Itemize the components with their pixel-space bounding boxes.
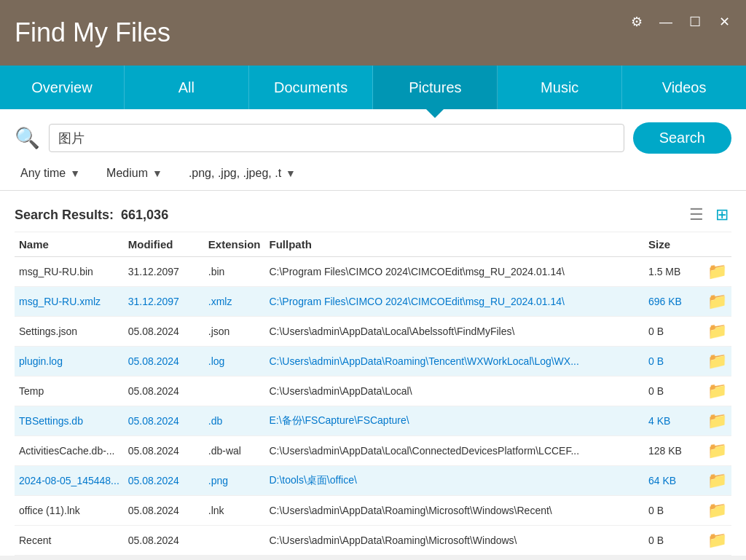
app-title: Find My Files bbox=[15, 17, 170, 48]
minimize-icon[interactable]: — bbox=[656, 12, 676, 32]
cell-size: 696 KB bbox=[644, 287, 702, 317]
cell-modified: 05.08.2024 bbox=[124, 466, 204, 496]
file-table: NameModifiedExtensionFullpathSize msg_RU… bbox=[15, 232, 731, 556]
column-header: Fullpath bbox=[264, 232, 644, 257]
table-row[interactable]: ActivitiesCache.db-...05.08.2024.db-walC… bbox=[15, 436, 731, 466]
filter-row: Any time ▼ Medium ▼ .png, .jpg, .jpeg, .… bbox=[15, 164, 731, 183]
results-label: Search Results: bbox=[15, 208, 114, 222]
cell-modified: 31.12.2097 bbox=[124, 257, 204, 287]
title-bar: Find My Files ⚙ — ☐ ✕ bbox=[0, 0, 746, 66]
cell-ext: .lnk bbox=[204, 496, 265, 526]
type-filter[interactable]: .png, .jpg, .jpeg, .t ▼ bbox=[183, 164, 302, 183]
folder-icon: 📁 bbox=[702, 436, 731, 466]
cell-ext bbox=[204, 376, 265, 406]
cell-path: C:\Users\admin\AppData\Local\ bbox=[264, 376, 644, 406]
results-area: Search Results: 661,036 ☰ ⊞ NameModified… bbox=[0, 191, 746, 556]
cell-ext: .log bbox=[204, 347, 265, 376]
search-input[interactable] bbox=[49, 124, 624, 152]
cell-name: Temp bbox=[15, 376, 124, 406]
time-filter-arrow: ▼ bbox=[70, 167, 80, 179]
cell-ext: .db-wal bbox=[204, 436, 265, 466]
results-header: Search Results: 661,036 ☰ ⊞ bbox=[15, 198, 731, 232]
time-filter-label: Any time bbox=[20, 167, 66, 180]
folder-icon: 📁 bbox=[702, 347, 731, 376]
tab-music[interactable]: Music bbox=[498, 66, 622, 109]
column-header: Size bbox=[644, 232, 702, 257]
tab-documents[interactable]: Documents bbox=[249, 66, 374, 109]
column-header: Name bbox=[15, 232, 124, 257]
cell-path: C:\Users\admin\AppData\Roaming\Tencent\W… bbox=[264, 347, 644, 376]
grid-view-button[interactable]: ⊞ bbox=[712, 204, 731, 226]
cell-size: 0 B bbox=[644, 496, 702, 526]
time-filter[interactable]: Any time ▼ bbox=[15, 164, 86, 183]
cell-ext: .json bbox=[204, 317, 265, 347]
list-view-button[interactable]: ☰ bbox=[686, 204, 707, 226]
cell-size: 0 B bbox=[644, 376, 702, 406]
tab-pictures[interactable]: Pictures bbox=[373, 66, 498, 109]
table-row[interactable]: msg_RU-RU.xmlz31.12.2097.xmlzC:\Program … bbox=[15, 287, 731, 317]
size-filter-arrow: ▼ bbox=[152, 167, 162, 179]
cell-path: D:\tools\桌面\office\ bbox=[264, 466, 644, 496]
tab-overview[interactable]: Overview bbox=[0, 66, 125, 109]
table-row[interactable]: msg_RU-RU.bin31.12.2097.binC:\Program Fi… bbox=[15, 257, 731, 287]
column-header: Extension bbox=[204, 232, 265, 257]
cell-modified: 05.08.2024 bbox=[124, 376, 204, 406]
cell-size: 128 KB bbox=[644, 436, 702, 466]
folder-icon: 📁 bbox=[702, 466, 731, 496]
cell-ext: .png bbox=[204, 466, 265, 496]
size-filter[interactable]: Medium ▼ bbox=[101, 164, 168, 183]
table-row[interactable]: Recent05.08.2024C:\Users\admin\AppData\R… bbox=[15, 526, 731, 556]
cell-modified: 05.08.2024 bbox=[124, 317, 204, 347]
cell-name: office (11).lnk bbox=[15, 496, 124, 526]
cell-size: 0 B bbox=[644, 526, 702, 556]
cell-name: TBSettings.db bbox=[15, 406, 124, 436]
cell-ext: .bin bbox=[204, 257, 265, 287]
settings-icon[interactable]: ⚙ bbox=[627, 12, 647, 32]
table-row[interactable]: 2024-08-05_145448...05.08.2024.pngD:\too… bbox=[15, 466, 731, 496]
cell-name: ActivitiesCache.db-... bbox=[15, 436, 124, 466]
cell-ext bbox=[204, 526, 265, 556]
table-row[interactable]: Settings.json05.08.2024.jsonC:\Users\adm… bbox=[15, 317, 731, 347]
cell-name: plugin.log bbox=[15, 347, 124, 376]
cell-name: msg_RU-RU.xmlz bbox=[15, 287, 124, 317]
results-count: Search Results: 661,036 bbox=[15, 208, 168, 223]
tab-bar: OverviewAllDocumentsPicturesMusicVideos bbox=[0, 66, 746, 109]
view-controls: ☰ ⊞ bbox=[686, 204, 731, 226]
cell-ext: .db bbox=[204, 406, 265, 436]
type-filter-label: .png, .jpg, .jpeg, .t bbox=[189, 167, 281, 180]
window-controls: ⚙ — ☐ ✕ bbox=[627, 12, 734, 32]
cell-path: C:\Users\admin\AppData\Local\ConnectedDe… bbox=[264, 436, 644, 466]
cell-path: C:\Users\admin\AppData\Roaming\Microsoft… bbox=[264, 496, 644, 526]
cell-modified: 05.08.2024 bbox=[124, 347, 204, 376]
cell-name: msg_RU-RU.bin bbox=[15, 257, 124, 287]
cell-size: 0 B bbox=[644, 317, 702, 347]
table-row[interactable]: TBSettings.db05.08.2024.dbE:\备份\FSCaptur… bbox=[15, 406, 731, 436]
table-row[interactable]: office (11).lnk05.08.2024.lnkC:\Users\ad… bbox=[15, 496, 731, 526]
search-area: 🔍 Search Any time ▼ Medium ▼ .png, .jpg,… bbox=[0, 109, 746, 191]
cell-size: 64 KB bbox=[644, 466, 702, 496]
column-header: Modified bbox=[124, 232, 204, 257]
tab-videos[interactable]: Videos bbox=[622, 66, 746, 109]
column-header bbox=[702, 232, 731, 257]
cell-path: C:\Users\admin\AppData\Local\Abelssoft\F… bbox=[264, 317, 644, 347]
table-row[interactable]: Temp05.08.2024C:\Users\admin\AppData\Loc… bbox=[15, 376, 731, 406]
cell-path: C:\Program Files\CIMCO 2024\CIMCOEdit\ms… bbox=[264, 287, 644, 317]
folder-icon: 📁 bbox=[702, 317, 731, 347]
cell-modified: 05.08.2024 bbox=[124, 436, 204, 466]
results-number: 661,036 bbox=[121, 208, 168, 222]
cell-size: 1.5 MB bbox=[644, 257, 702, 287]
search-button[interactable]: Search bbox=[633, 122, 731, 154]
cell-path: E:\备份\FSCapture\FSCapture\ bbox=[264, 406, 644, 436]
table-row[interactable]: plugin.log05.08.2024.logC:\Users\admin\A… bbox=[15, 347, 731, 376]
folder-icon: 📁 bbox=[702, 526, 731, 556]
close-icon[interactable]: ✕ bbox=[714, 12, 734, 32]
cell-modified: 05.08.2024 bbox=[124, 496, 204, 526]
folder-icon: 📁 bbox=[702, 496, 731, 526]
tab-all[interactable]: All bbox=[125, 66, 249, 109]
cell-modified: 31.12.2097 bbox=[124, 287, 204, 317]
cell-name: Settings.json bbox=[15, 317, 124, 347]
maximize-icon[interactable]: ☐ bbox=[685, 12, 705, 32]
cell-name: Recent bbox=[15, 526, 124, 556]
type-filter-arrow: ▼ bbox=[286, 167, 296, 179]
folder-icon: 📁 bbox=[702, 257, 731, 287]
